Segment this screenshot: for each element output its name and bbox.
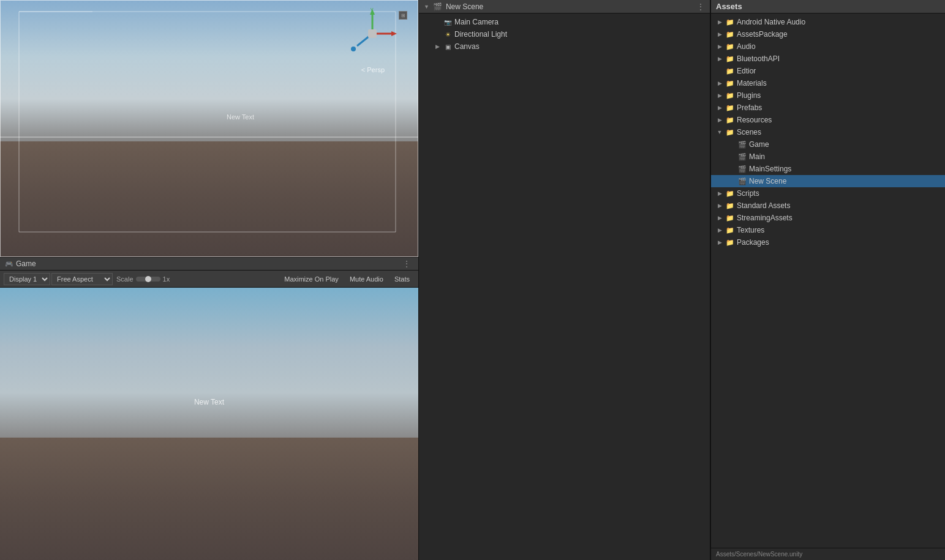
game-toolbar: Display 1 Free Aspect 4:3 5:4 16:10 16:9… — [0, 271, 418, 288]
asset-label-scene-new-scene: New Scene — [749, 177, 786, 185]
folder-icon-materials: 📁 — [726, 79, 734, 88]
scene-gizmo[interactable]: y — [345, 6, 400, 61]
asset-item-editor[interactable]: 📁 Edtior — [711, 65, 945, 77]
folder-icon-scenes: 📁 — [726, 128, 734, 136]
scale-value: 1x — [163, 275, 170, 283]
folder-icon-editor: 📁 — [726, 67, 734, 75]
asset-arrow-scene-main-settings — [728, 165, 736, 173]
asset-item-packages[interactable]: ▶ 📁 Packages — [711, 236, 945, 248]
stats-button[interactable]: Stats — [390, 273, 415, 285]
folder-icon-resources: 📁 — [726, 116, 734, 124]
assets-path: Assets/Scenes/NewScene.unity — [716, 551, 802, 558]
folder-icon-assets-pkg: 📁 — [726, 30, 734, 39]
asset-arrow-plugins: ▶ — [716, 92, 723, 99]
asset-label-scene-main-settings: MainSettings — [749, 165, 791, 173]
hierarchy-menu-icon[interactable]: ⋮ — [696, 2, 705, 12]
asset-label-android: Android Native Audio — [737, 18, 805, 26]
game-tab-header: 🎮 Game ⋮ — [0, 257, 418, 271]
asset-item-resources[interactable]: ▶ 📁 Resources — [711, 114, 945, 126]
asset-arrow-scene-main — [728, 153, 736, 160]
asset-item-standard-assets[interactable]: ▶ 📁 Standard Assets — [711, 200, 945, 212]
asset-label-packages: Packages — [737, 238, 769, 247]
camera-icon: 📷 — [443, 18, 452, 26]
game-tab-label: Game — [16, 259, 36, 268]
asset-arrow-assets-pkg: ▶ — [716, 31, 723, 38]
scene-header-arrow[interactable]: ▼ — [424, 4, 429, 10]
asset-arrow-scripts: ▶ — [716, 190, 723, 197]
asset-arrow-bluetooth: ▶ — [716, 55, 723, 62]
asset-label-scene-game: Game — [749, 140, 769, 149]
scene-layout-icon[interactable]: ⊞ — [399, 11, 407, 20]
assets-content: ▶ 📁 Android Native Audio ▶ 📁 AssetsPacka… — [711, 13, 945, 548]
asset-item-assets-package[interactable]: ▶ 📁 AssetsPackage — [711, 28, 945, 40]
asset-item-scenes[interactable]: ▼ 📁 Scenes — [711, 126, 945, 138]
asset-label-bluetooth: BluetoothAPI — [737, 54, 780, 63]
asset-item-bluetooth-api[interactable]: ▶ 📁 BluetoothAPI — [711, 53, 945, 65]
asset-arrow-standard-assets: ▶ — [716, 202, 723, 209]
asset-arrow-packages: ▶ — [716, 239, 723, 246]
asset-item-materials[interactable]: ▶ 📁 Materials — [711, 77, 945, 89]
hierarchy-item-directional-light[interactable]: ☀ Directional Light — [419, 28, 710, 40]
scene-file-icon-main-settings: 🎬 — [738, 165, 747, 173]
asset-label-standard-assets: Standard Assets — [737, 201, 790, 210]
scene-view: New Text < Persp — [0, 0, 418, 257]
svg-rect-12 — [368, 29, 377, 38]
hierarchy-arrow-canvas[interactable]: ▶ — [434, 43, 441, 50]
hierarchy-header: ▼ 🎬 New Scene ⋮ — [419, 0, 710, 13]
asset-item-streaming-assets[interactable]: ▶ 📁 StreamingAssets — [711, 212, 945, 224]
asset-label-resources: Resources — [737, 116, 772, 124]
game-canvas: New Text — [0, 288, 418, 560]
folder-icon-prefabs: 📁 — [726, 103, 734, 112]
assets-bottom-bar: Assets/Scenes/NewScene.unity — [711, 548, 945, 560]
hierarchy-content: 📷 Main Camera ☀ Directional Light ▶ ▣ Ca… — [419, 13, 710, 560]
hierarchy-label-directional-light: Directional Light — [454, 30, 507, 39]
folder-icon-standard-assets: 📁 — [726, 201, 734, 210]
hierarchy-title: New Scene — [446, 2, 693, 11]
scene-file-icon-main: 🎬 — [738, 152, 747, 161]
scale-slider[interactable] — [136, 277, 160, 282]
asset-arrow-scenes[interactable]: ▼ — [716, 129, 723, 136]
asset-item-plugins[interactable]: ▶ 📁 Plugins — [711, 89, 945, 102]
maximize-on-play-button[interactable]: Maximize On Play — [279, 273, 344, 285]
hierarchy-item-canvas[interactable]: ▶ ▣ Canvas — [419, 40, 710, 53]
assets-title: Assets — [716, 2, 742, 11]
game-tab[interactable]: 🎮 Game — [5, 259, 36, 268]
scale-label: Scale — [116, 275, 134, 283]
asset-item-audio[interactable]: ▶ 📁 Audio — [711, 40, 945, 53]
game-menu-icon[interactable]: ⋮ — [400, 259, 413, 269]
asset-item-scene-main[interactable]: 🎬 Main — [711, 151, 945, 163]
hierarchy-arrow-directional-light — [434, 31, 441, 38]
svg-point-11 — [351, 47, 356, 51]
asset-item-scene-main-settings[interactable]: 🎬 MainSettings — [711, 163, 945, 175]
asset-label-prefabs: Prefabs — [737, 103, 762, 112]
hierarchy-label-main-camera: Main Camera — [454, 18, 499, 26]
canvas-icon: ▣ — [443, 42, 452, 51]
hierarchy-item-main-camera[interactable]: 📷 Main Camera — [419, 16, 710, 28]
asset-item-textures[interactable]: ▶ 📁 Textures — [711, 224, 945, 236]
asset-arrow-streaming-assets: ▶ — [716, 214, 723, 222]
mute-audio-button[interactable]: Mute Audio — [345, 273, 388, 285]
scene-header-icon: 🎬 — [433, 2, 442, 11]
light-icon: ☀ — [443, 30, 452, 39]
asset-arrow-resources: ▶ — [716, 116, 723, 124]
asset-item-scene-new-scene[interactable]: 🎬 New Scene — [711, 175, 945, 187]
scene-file-icon-game: 🎬 — [738, 140, 747, 149]
aspect-select[interactable]: Free Aspect 4:3 5:4 16:10 16:9 — [51, 273, 113, 285]
assets-header: Assets — [711, 0, 945, 13]
asset-item-prefabs[interactable]: ▶ 📁 Prefabs — [711, 102, 945, 114]
asset-arrow-scene-new-scene — [728, 177, 736, 185]
folder-icon-android: 📁 — [726, 18, 734, 26]
game-view: 🎮 Game ⋮ Display 1 Free Aspect 4:3 5:4 1… — [0, 257, 418, 560]
asset-arrow-android: ▶ — [716, 18, 723, 26]
scene-file-icon-new-scene: 🎬 — [738, 177, 747, 185]
hierarchy-label-canvas: Canvas — [454, 42, 480, 51]
asset-label-textures: Textures — [737, 226, 764, 234]
folder-icon-packages: 📁 — [726, 238, 734, 247]
asset-item-scene-game[interactable]: 🎬 Game — [711, 138, 945, 151]
asset-label-editor: Edtior — [737, 67, 756, 75]
display-select[interactable]: Display 1 — [4, 273, 50, 285]
asset-label-assets-pkg: AssetsPackage — [737, 30, 788, 39]
asset-arrow-audio: ▶ — [716, 43, 723, 50]
asset-item-scripts[interactable]: ▶ 📁 Scripts — [711, 187, 945, 200]
asset-item-android-native-audio[interactable]: ▶ 📁 Android Native Audio — [711, 16, 945, 28]
